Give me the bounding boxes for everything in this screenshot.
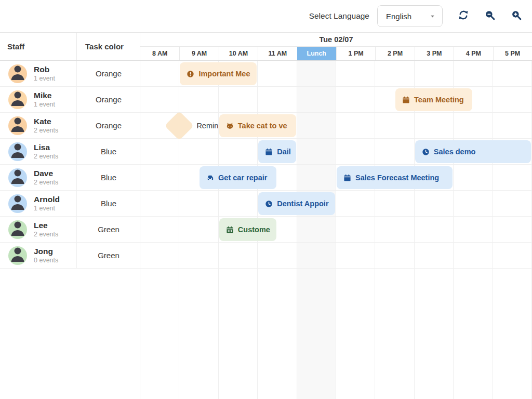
calendar-icon [343, 174, 351, 182]
task-color-value: Green [77, 217, 140, 242]
cat-icon [226, 122, 234, 130]
zoom-out-button[interactable] [485, 10, 495, 22]
event-get-car-repair[interactable]: Get car repair [200, 166, 276, 189]
event-label: Custome [238, 225, 270, 234]
staff-row-rob: Rob1 eventOrangeImportant Mee [0, 61, 532, 87]
staff-row-arnold: Arnold1 eventBlueDentist Appoir [0, 191, 532, 217]
event-label: Sales Forecast Meeting [355, 174, 439, 182]
alert-circle-icon [187, 70, 194, 78]
task-color-value: Blue [77, 165, 140, 190]
time-slot-4-pm: 4 PM [454, 47, 493, 60]
event-dentist-appoir[interactable]: Dentist Appoir [258, 192, 335, 215]
task-color-value: Orange [77, 87, 140, 112]
staff-info: Mike1 event [34, 91, 55, 109]
clock-icon [265, 200, 273, 208]
staff-cell-mike: Mike1 event [0, 87, 77, 112]
event-sales-forecast-meeting[interactable]: Sales Forecast Meeting [337, 166, 453, 189]
person-icon [8, 168, 27, 187]
event-team-meeting[interactable]: Team Meeting [395, 88, 472, 111]
person-icon [8, 246, 27, 265]
language-select-value: English [386, 12, 411, 21]
avatar [8, 142, 27, 161]
avatar [8, 220, 27, 239]
staff-name: Lee [34, 221, 58, 230]
staff-event-count: 0 events [34, 257, 58, 264]
milestone-label: Remin [196, 113, 218, 139]
task-color-value: Orange [77, 61, 140, 86]
task-color-value: Orange [77, 113, 140, 138]
staff-event-count: 1 event [34, 205, 60, 212]
refresh-button[interactable] [458, 10, 469, 22]
staff-info: Lisa2 events [34, 143, 58, 161]
calendar-icon [265, 148, 273, 156]
chevron-down-icon [430, 14, 435, 19]
staff-info: Arnold1 event [34, 195, 60, 212]
task-color-value: Blue [77, 191, 140, 216]
clock-icon [422, 148, 430, 156]
event-label: Take cat to ve [238, 122, 287, 130]
timeline-lane-arnold[interactable]: Dentist Appoir [140, 191, 532, 216]
timeline-lane-mike[interactable]: Team Meeting [140, 87, 532, 112]
event-important-mee[interactable]: Important Mee [180, 62, 257, 85]
time-slot-9-am: 9 AM [179, 47, 218, 60]
staff-event-count: 1 event [34, 75, 55, 82]
person-icon [8, 194, 27, 213]
staff-row-jong: Jong0 eventsGreen [0, 243, 532, 269]
person-icon [8, 64, 27, 83]
time-row: 8 AM9 AM10 AM11 AMLunch1 PM2 PM3 PM4 PM5… [140, 47, 532, 60]
timeline-lane-dave[interactable]: Get car repairSales Forecast Meeting [140, 165, 532, 190]
event-label: Get car repair [218, 174, 267, 182]
calendar-grid-icon [226, 226, 234, 234]
staff-rows: Rob1 eventOrangeImportant MeeMike1 event… [0, 61, 532, 269]
staff-name: Rob [34, 65, 55, 74]
timeline-lane-lisa[interactable]: DailSales demo [140, 139, 532, 164]
zoom-out-icon [485, 10, 495, 22]
event-sales-demo[interactable]: Sales demo [415, 140, 531, 163]
timeline-lane-kate[interactable]: ReminTake cat to ve [140, 113, 532, 138]
person-icon [8, 220, 27, 239]
staff-info: Rob1 event [34, 65, 55, 83]
timeline-lane-jong[interactable] [140, 243, 532, 268]
staff-info: Kate2 events [34, 117, 58, 135]
toolbar: Select Language English [0, 0, 532, 32]
event-label: Dail [277, 148, 291, 156]
refresh-icon [458, 10, 469, 22]
staff-event-count: 1 event [34, 101, 55, 108]
car-icon [206, 174, 214, 182]
event-label: Team Meeting [414, 96, 464, 104]
staff-info: Dave2 events [34, 169, 58, 187]
person-icon [8, 90, 27, 109]
task-color-value: Green [77, 243, 140, 268]
staff-info: Lee2 events [34, 221, 58, 238]
staff-cell-rob: Rob1 event [0, 61, 77, 86]
toolbar-buttons [458, 10, 522, 22]
time-slot-3-pm: 3 PM [415, 47, 454, 60]
time-slot-11-am: 11 AM [258, 47, 297, 60]
timeline-lane-lee[interactable]: Custome [140, 217, 532, 242]
staff-event-count: 2 events [34, 127, 58, 134]
event-dail[interactable]: Dail [258, 140, 296, 163]
date-header: Tue 02/07 [140, 33, 532, 47]
task-color-column-header: Task color [77, 33, 140, 60]
staff-event-count: 2 events [34, 153, 58, 160]
avatar [8, 64, 27, 83]
event-custome[interactable]: Custome [219, 218, 276, 241]
time-slot-1-pm: 1 PM [336, 47, 375, 60]
time-slot-2-pm: 2 PM [375, 47, 414, 60]
person-icon [8, 116, 27, 135]
staff-row-dave: Dave2 eventsBlueGet car repairSales Fore… [0, 165, 532, 191]
language-select[interactable]: English [377, 5, 443, 27]
zoom-in-button[interactable] [511, 10, 522, 22]
timeline-lane-rob[interactable]: Important Mee [140, 61, 532, 86]
time-slot-8-am: 8 AM [140, 47, 179, 60]
grid-body: Rob1 eventOrangeImportant MeeMike1 event… [0, 61, 532, 399]
event-take-cat-to-ve[interactable]: Take cat to ve [219, 114, 296, 137]
avatar [8, 194, 27, 213]
event-label: Sales demo [434, 148, 476, 156]
staff-cell-dave: Dave2 events [0, 165, 77, 190]
person-icon [8, 142, 27, 161]
staff-cell-arnold: Arnold1 event [0, 191, 77, 216]
avatar [8, 90, 27, 109]
resource-header: Staff Task color [0, 33, 140, 60]
milestone-diamond-remin[interactable] [165, 111, 194, 141]
